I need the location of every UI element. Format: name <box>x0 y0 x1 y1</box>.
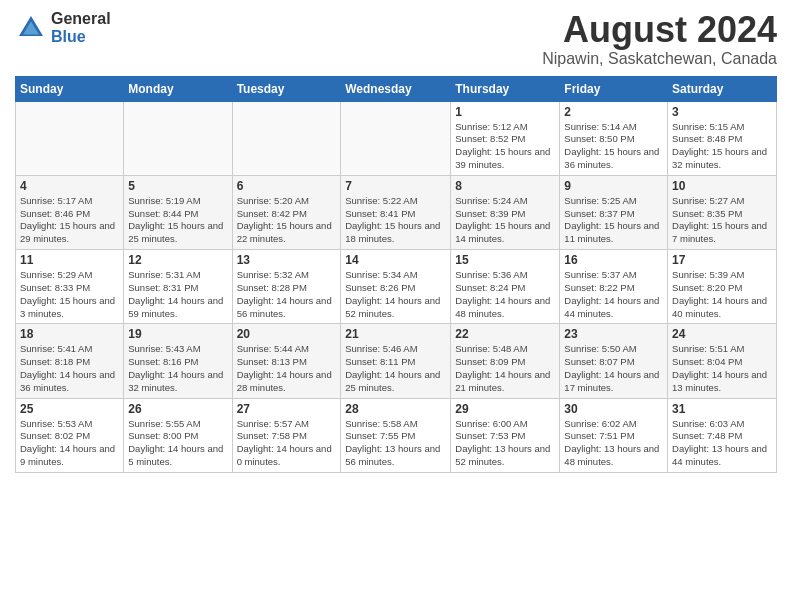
day-number: 17 <box>672 253 772 267</box>
logo-general-text: General <box>51 10 111 28</box>
calendar-cell: 17Sunrise: 5:39 AM Sunset: 8:20 PM Dayli… <box>668 250 777 324</box>
day-info: Sunrise: 5:58 AM Sunset: 7:55 PM Dayligh… <box>345 418 446 469</box>
header-wednesday: Wednesday <box>341 76 451 101</box>
header-monday: Monday <box>124 76 232 101</box>
day-number: 2 <box>564 105 663 119</box>
day-info: Sunrise: 5:50 AM Sunset: 8:07 PM Dayligh… <box>564 343 663 394</box>
subtitle: Nipawin, Saskatchewan, Canada <box>542 50 777 68</box>
title-section: August 2024 Nipawin, Saskatchewan, Canad… <box>542 10 777 68</box>
calendar-cell: 27Sunrise: 5:57 AM Sunset: 7:58 PM Dayli… <box>232 398 341 472</box>
day-info: Sunrise: 5:55 AM Sunset: 8:00 PM Dayligh… <box>128 418 227 469</box>
calendar-cell: 2Sunrise: 5:14 AM Sunset: 8:50 PM Daylig… <box>560 101 668 175</box>
calendar-cell: 8Sunrise: 5:24 AM Sunset: 8:39 PM Daylig… <box>451 175 560 249</box>
day-info: Sunrise: 5:15 AM Sunset: 8:48 PM Dayligh… <box>672 121 772 172</box>
main-title: August 2024 <box>542 10 777 50</box>
calendar-cell: 15Sunrise: 5:36 AM Sunset: 8:24 PM Dayli… <box>451 250 560 324</box>
day-number: 1 <box>455 105 555 119</box>
day-number: 3 <box>672 105 772 119</box>
calendar-cell: 7Sunrise: 5:22 AM Sunset: 8:41 PM Daylig… <box>341 175 451 249</box>
day-info: Sunrise: 5:22 AM Sunset: 8:41 PM Dayligh… <box>345 195 446 246</box>
day-number: 8 <box>455 179 555 193</box>
logo-blue-text: Blue <box>51 28 111 46</box>
day-number: 6 <box>237 179 337 193</box>
day-number: 5 <box>128 179 227 193</box>
calendar-cell: 22Sunrise: 5:48 AM Sunset: 8:09 PM Dayli… <box>451 324 560 398</box>
day-number: 20 <box>237 327 337 341</box>
day-info: Sunrise: 5:19 AM Sunset: 8:44 PM Dayligh… <box>128 195 227 246</box>
day-number: 27 <box>237 402 337 416</box>
day-info: Sunrise: 5:14 AM Sunset: 8:50 PM Dayligh… <box>564 121 663 172</box>
day-number: 10 <box>672 179 772 193</box>
day-info: Sunrise: 6:02 AM Sunset: 7:51 PM Dayligh… <box>564 418 663 469</box>
header-sunday: Sunday <box>16 76 124 101</box>
calendar-cell: 9Sunrise: 5:25 AM Sunset: 8:37 PM Daylig… <box>560 175 668 249</box>
calendar-header-row: Sunday Monday Tuesday Wednesday Thursday… <box>16 76 777 101</box>
calendar-cell: 18Sunrise: 5:41 AM Sunset: 8:18 PM Dayli… <box>16 324 124 398</box>
day-number: 25 <box>20 402 119 416</box>
calendar-cell: 28Sunrise: 5:58 AM Sunset: 7:55 PM Dayli… <box>341 398 451 472</box>
calendar-cell: 4Sunrise: 5:17 AM Sunset: 8:46 PM Daylig… <box>16 175 124 249</box>
day-info: Sunrise: 5:12 AM Sunset: 8:52 PM Dayligh… <box>455 121 555 172</box>
day-info: Sunrise: 5:46 AM Sunset: 8:11 PM Dayligh… <box>345 343 446 394</box>
calendar-cell: 10Sunrise: 5:27 AM Sunset: 8:35 PM Dayli… <box>668 175 777 249</box>
day-number: 18 <box>20 327 119 341</box>
calendar-cell: 31Sunrise: 6:03 AM Sunset: 7:48 PM Dayli… <box>668 398 777 472</box>
day-info: Sunrise: 5:31 AM Sunset: 8:31 PM Dayligh… <box>128 269 227 320</box>
calendar-cell <box>232 101 341 175</box>
day-number: 30 <box>564 402 663 416</box>
calendar-week-1: 1Sunrise: 5:12 AM Sunset: 8:52 PM Daylig… <box>16 101 777 175</box>
calendar-cell: 30Sunrise: 6:02 AM Sunset: 7:51 PM Dayli… <box>560 398 668 472</box>
day-info: Sunrise: 5:48 AM Sunset: 8:09 PM Dayligh… <box>455 343 555 394</box>
day-number: 29 <box>455 402 555 416</box>
logo: General Blue <box>15 10 111 45</box>
day-number: 19 <box>128 327 227 341</box>
logo-text: General Blue <box>51 10 111 45</box>
header-saturday: Saturday <box>668 76 777 101</box>
calendar-cell: 26Sunrise: 5:55 AM Sunset: 8:00 PM Dayli… <box>124 398 232 472</box>
day-number: 4 <box>20 179 119 193</box>
day-info: Sunrise: 5:34 AM Sunset: 8:26 PM Dayligh… <box>345 269 446 320</box>
header-tuesday: Tuesday <box>232 76 341 101</box>
calendar-week-4: 18Sunrise: 5:41 AM Sunset: 8:18 PM Dayli… <box>16 324 777 398</box>
day-info: Sunrise: 5:25 AM Sunset: 8:37 PM Dayligh… <box>564 195 663 246</box>
day-info: Sunrise: 5:29 AM Sunset: 8:33 PM Dayligh… <box>20 269 119 320</box>
calendar-cell <box>16 101 124 175</box>
day-number: 23 <box>564 327 663 341</box>
calendar-cell: 6Sunrise: 5:20 AM Sunset: 8:42 PM Daylig… <box>232 175 341 249</box>
day-info: Sunrise: 5:57 AM Sunset: 7:58 PM Dayligh… <box>237 418 337 469</box>
calendar-cell <box>124 101 232 175</box>
day-info: Sunrise: 6:03 AM Sunset: 7:48 PM Dayligh… <box>672 418 772 469</box>
day-number: 13 <box>237 253 337 267</box>
calendar-cell: 21Sunrise: 5:46 AM Sunset: 8:11 PM Dayli… <box>341 324 451 398</box>
calendar-cell: 16Sunrise: 5:37 AM Sunset: 8:22 PM Dayli… <box>560 250 668 324</box>
day-info: Sunrise: 5:43 AM Sunset: 8:16 PM Dayligh… <box>128 343 227 394</box>
day-info: Sunrise: 5:44 AM Sunset: 8:13 PM Dayligh… <box>237 343 337 394</box>
calendar-cell: 11Sunrise: 5:29 AM Sunset: 8:33 PM Dayli… <box>16 250 124 324</box>
calendar-cell: 19Sunrise: 5:43 AM Sunset: 8:16 PM Dayli… <box>124 324 232 398</box>
day-info: Sunrise: 6:00 AM Sunset: 7:53 PM Dayligh… <box>455 418 555 469</box>
day-number: 28 <box>345 402 446 416</box>
day-number: 22 <box>455 327 555 341</box>
header-thursday: Thursday <box>451 76 560 101</box>
day-info: Sunrise: 5:37 AM Sunset: 8:22 PM Dayligh… <box>564 269 663 320</box>
calendar-cell: 13Sunrise: 5:32 AM Sunset: 8:28 PM Dayli… <box>232 250 341 324</box>
day-number: 11 <box>20 253 119 267</box>
calendar-cell: 20Sunrise: 5:44 AM Sunset: 8:13 PM Dayli… <box>232 324 341 398</box>
day-info: Sunrise: 5:36 AM Sunset: 8:24 PM Dayligh… <box>455 269 555 320</box>
day-info: Sunrise: 5:32 AM Sunset: 8:28 PM Dayligh… <box>237 269 337 320</box>
header-friday: Friday <box>560 76 668 101</box>
day-number: 14 <box>345 253 446 267</box>
day-number: 7 <box>345 179 446 193</box>
calendar-cell: 3Sunrise: 5:15 AM Sunset: 8:48 PM Daylig… <box>668 101 777 175</box>
day-number: 9 <box>564 179 663 193</box>
day-info: Sunrise: 5:41 AM Sunset: 8:18 PM Dayligh… <box>20 343 119 394</box>
calendar-cell: 12Sunrise: 5:31 AM Sunset: 8:31 PM Dayli… <box>124 250 232 324</box>
header: General Blue August 2024 Nipawin, Saskat… <box>15 10 777 68</box>
day-info: Sunrise: 5:53 AM Sunset: 8:02 PM Dayligh… <box>20 418 119 469</box>
day-info: Sunrise: 5:51 AM Sunset: 8:04 PM Dayligh… <box>672 343 772 394</box>
day-number: 21 <box>345 327 446 341</box>
calendar-cell: 1Sunrise: 5:12 AM Sunset: 8:52 PM Daylig… <box>451 101 560 175</box>
calendar-cell: 25Sunrise: 5:53 AM Sunset: 8:02 PM Dayli… <box>16 398 124 472</box>
day-number: 26 <box>128 402 227 416</box>
day-info: Sunrise: 5:39 AM Sunset: 8:20 PM Dayligh… <box>672 269 772 320</box>
